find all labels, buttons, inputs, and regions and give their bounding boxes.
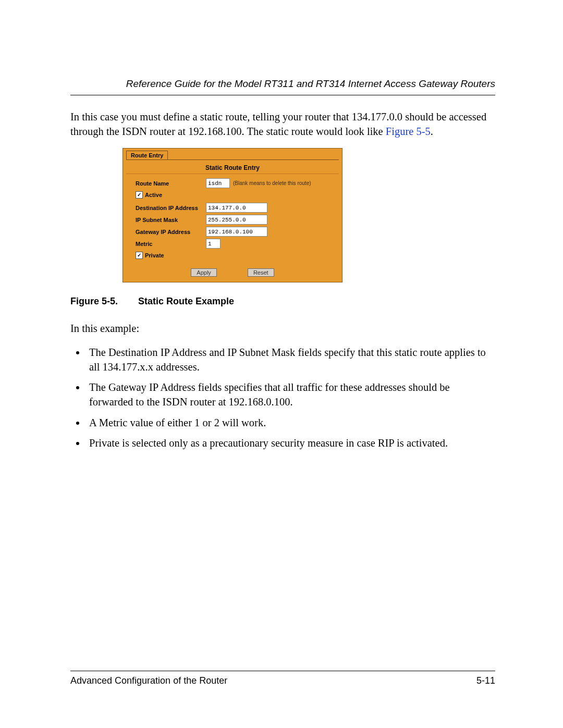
- subnet-input[interactable]: [206, 215, 267, 225]
- divider: [126, 174, 339, 174]
- footer-page-number: 5-11: [476, 675, 495, 686]
- list-item: The Destination IP Address and IP Subnet…: [86, 346, 495, 374]
- active-label: Active: [145, 192, 162, 198]
- route-entry-tab[interactable]: Route Entry: [126, 151, 168, 159]
- metric-label: Metric: [136, 241, 206, 247]
- active-checkbox-row: ✓ Active: [136, 191, 162, 199]
- figure-number: Figure 5-5.: [70, 296, 138, 307]
- figure-title: Static Route Example: [138, 296, 234, 306]
- example-bullet-list: The Destination IP Address and IP Subnet…: [70, 346, 495, 451]
- intro-text-b: .: [431, 126, 433, 137]
- subnet-label: IP Subnet Mask: [136, 217, 206, 223]
- route-name-label: Route Name: [136, 180, 206, 187]
- figure-caption: Figure 5-5.Static Route Example: [70, 296, 495, 307]
- figure-image: Route Entry Static Route Entry Route Nam…: [123, 148, 495, 282]
- figure-reference-link[interactable]: Figure 5-5: [386, 126, 431, 137]
- dest-ip-input[interactable]: [206, 203, 267, 213]
- divider: [126, 159, 339, 160]
- router-config-panel: Route Entry Static Route Entry Route Nam…: [123, 148, 342, 282]
- panel-title: Static Route Entry: [123, 164, 342, 171]
- private-checkbox-row: ✓ Private: [136, 252, 164, 259]
- running-header: Reference Guide for the Model RT311 and …: [70, 78, 495, 95]
- example-intro: In this example:: [70, 322, 495, 336]
- private-checkbox[interactable]: ✓: [136, 252, 143, 259]
- private-label: Private: [145, 252, 164, 258]
- list-item: The Gateway IP Address fields specifies …: [86, 380, 495, 409]
- list-item: Private is selected only as a precaution…: [86, 436, 495, 451]
- footer-section: Advanced Configuration of the Router: [70, 675, 227, 686]
- gateway-input[interactable]: [206, 227, 267, 237]
- active-checkbox[interactable]: ✓: [136, 191, 143, 199]
- list-item: A Metric value of either 1 or 2 will wor…: [86, 416, 495, 430]
- route-name-input[interactable]: [206, 178, 230, 188]
- gateway-label: Gateway IP Address: [136, 229, 206, 235]
- page-footer: Advanced Configuration of the Router 5-1…: [70, 671, 495, 686]
- intro-paragraph: In this case you must define a static ro…: [70, 110, 495, 139]
- dest-ip-label: Destination IP Address: [136, 205, 206, 211]
- apply-button[interactable]: Apply: [191, 268, 217, 277]
- metric-input[interactable]: [206, 239, 221, 249]
- route-name-hint: (Blank means to delete this route): [233, 180, 311, 186]
- reset-button[interactable]: Reset: [248, 268, 274, 277]
